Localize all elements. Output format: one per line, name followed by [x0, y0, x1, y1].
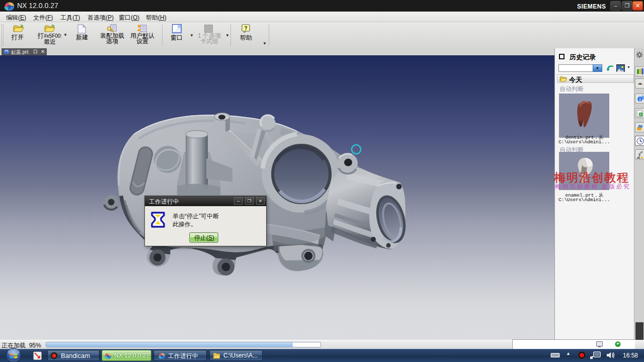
svg-text:i: i [639, 97, 641, 102]
svg-text:?: ? [244, 26, 247, 31]
